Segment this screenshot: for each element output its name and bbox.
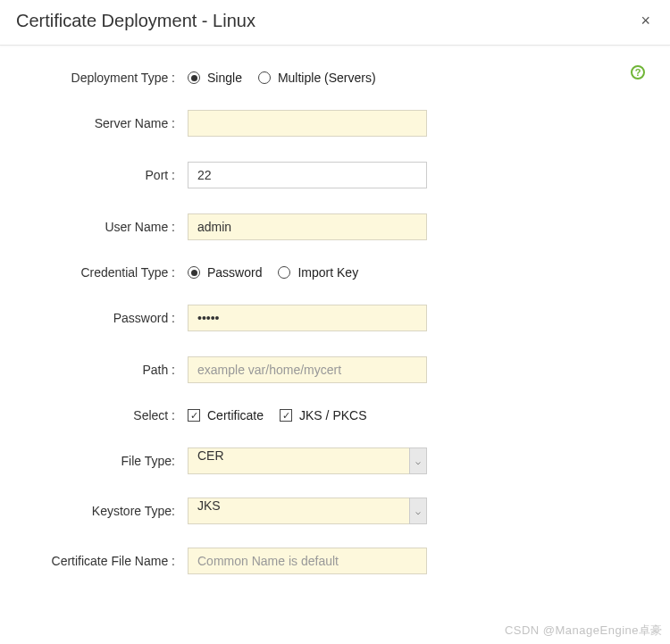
checkbox-label: Certificate — [207, 408, 264, 422]
radio-single[interactable]: Single — [188, 71, 242, 85]
row-select: Select : ✓ Certificate ✓ JKS / PKCS — [18, 408, 652, 422]
watermark: CSDN @ManageEngine卓豪 — [505, 623, 663, 639]
label-password: Password : — [18, 311, 188, 325]
dialog-title: Certificate Deployment - Linux — [16, 11, 255, 31]
checkbox-icon: ✓ — [280, 409, 292, 422]
label-cert-file-name: Certificate File Name : — [18, 554, 188, 568]
row-cert-file-name: Certificate File Name : — [18, 548, 652, 574]
row-file-type: File Type: CER ⌵ — [18, 447, 652, 474]
radio-multiple[interactable]: Multiple (Servers) — [258, 71, 376, 85]
label-deployment-type: Deployment Type : — [18, 71, 188, 85]
help-icon[interactable]: ? — [631, 65, 645, 79]
keystore-type-select[interactable]: JKS — [188, 498, 427, 524]
radio-label: Password — [207, 265, 262, 280]
checkbox-jks-pkcs[interactable]: ✓ JKS / PKCS — [280, 408, 366, 422]
radio-label: Single — [207, 71, 242, 85]
row-port: Port : — [18, 162, 652, 188]
cert-file-name-input[interactable] — [188, 548, 427, 574]
dialog-header: Certificate Deployment - Linux × — [0, 0, 670, 46]
row-user-name: User Name : — [18, 213, 652, 240]
close-icon[interactable]: × — [637, 12, 654, 30]
password-input[interactable] — [188, 305, 427, 331]
checkbox-icon: ✓ — [188, 409, 200, 422]
row-server-name: Server Name : — [18, 110, 652, 137]
label-keystore-type: Keystore Type: — [18, 504, 188, 518]
radio-label: Multiple (Servers) — [278, 71, 376, 85]
radio-icon — [188, 266, 200, 279]
radio-label: Import Key — [297, 265, 358, 280]
label-file-type: File Type: — [18, 454, 188, 468]
label-port: Port : — [18, 168, 188, 182]
label-server-name: Server Name : — [18, 116, 188, 130]
row-credential-type: Credential Type : Password Import Key — [18, 265, 652, 280]
radio-icon — [258, 71, 271, 84]
row-path: Path : — [18, 356, 652, 383]
radio-password[interactable]: Password — [188, 265, 262, 280]
radio-icon — [188, 71, 200, 84]
checkbox-label: JKS / PKCS — [299, 408, 366, 422]
label-user-name: User Name : — [18, 220, 188, 234]
path-input[interactable] — [188, 356, 427, 383]
server-name-input[interactable] — [188, 110, 427, 137]
form-area: ? Deployment Type : Single Multiple (Ser… — [0, 46, 670, 608]
checkbox-certificate[interactable]: ✓ Certificate — [188, 408, 264, 422]
label-select: Select : — [18, 408, 188, 422]
row-keystore-type: Keystore Type: JKS ⌵ — [18, 498, 652, 524]
file-type-select[interactable]: CER — [188, 447, 427, 474]
row-deployment-type: Deployment Type : Single Multiple (Serve… — [18, 71, 652, 85]
radio-icon — [278, 266, 290, 279]
row-password: Password : — [18, 305, 652, 331]
user-name-input[interactable] — [188, 213, 427, 240]
label-path: Path : — [18, 363, 188, 377]
port-input[interactable] — [188, 162, 427, 188]
label-credential-type: Credential Type : — [18, 265, 188, 280]
radio-import-key[interactable]: Import Key — [278, 265, 358, 280]
